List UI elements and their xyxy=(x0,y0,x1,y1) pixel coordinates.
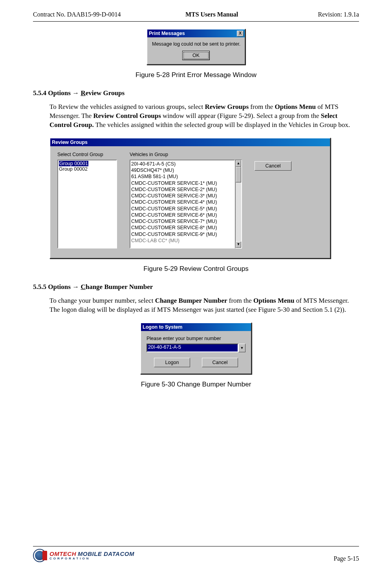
list-item[interactable]: CMDC-CUSTOMER SERVICE-4* (MU) xyxy=(131,199,233,205)
vehicles-column: Vehicles in Group 20I-40-671-A-5 (CS) 49… xyxy=(130,152,242,248)
section-5-5-4-body: To Review the vehicles assigned to vario… xyxy=(49,103,359,130)
list-item[interactable]: Group 00002 xyxy=(59,166,115,172)
revision: Revision: 1.9.1a xyxy=(280,11,359,18)
scroll-track[interactable] xyxy=(236,167,241,241)
groups-label: Select Control Group xyxy=(57,152,117,157)
figure-caption: Figure 5-28 Print Error Message Window xyxy=(136,71,256,79)
cancel-button[interactable]: Cancel xyxy=(202,358,238,367)
list-item[interactable]: CMDC-LAB CC* (MU) xyxy=(131,237,233,244)
figure-caption: Figure 5-30 Change Bumper Number xyxy=(141,381,251,388)
figure-5-29: Review Groups Select Control Group Group… xyxy=(49,138,359,259)
dialog-body: Please enter your bumper number 20I-40-6… xyxy=(141,331,251,373)
list-item[interactable]: CMDC-CUSTOMER SERVICE-8* (MU) xyxy=(131,224,233,231)
figure-caption: Figure 5-29 Review Control Groups xyxy=(33,265,359,273)
list-item[interactable]: CMDC-CUSTOMER SERVICE-2* (MU) xyxy=(131,186,233,193)
vehicles-listbox[interactable]: 20I-40-671-A-5 (CS) 49DSCHQ47* (MU) 61 A… xyxy=(130,160,235,248)
logon-dialog: Logon to System Please enter your bumper… xyxy=(140,322,252,374)
scroll-down-icon[interactable]: ▼ xyxy=(236,241,241,248)
list-item[interactable]: CMDC-CUSTOMER SERVICE-7* (MU) xyxy=(131,218,233,224)
groups-column: Select Control Group Group 00001 Group 0… xyxy=(57,152,117,248)
list-item[interactable]: Group 00001 xyxy=(59,161,88,166)
figure-5-30: Logon to System Please enter your bumper… xyxy=(33,322,359,399)
page-number: Page 5-15 xyxy=(334,555,359,562)
bumper-number-combo[interactable]: 20I-40-671-A-5 ▼ xyxy=(147,344,245,352)
scrollbar[interactable]: ▲ ▼ xyxy=(235,160,242,248)
chevron-down-icon[interactable]: ▼ xyxy=(238,344,245,352)
doc-title: MTS Users Manual xyxy=(143,11,280,18)
dialog-body: Select Control Group Group 00001 Group 0… xyxy=(50,146,330,258)
ok-button[interactable]: OK xyxy=(182,51,210,60)
footer-rule xyxy=(33,546,359,546)
titlebar[interactable]: Logon to System xyxy=(141,323,251,331)
scroll-thumb[interactable] xyxy=(236,167,241,182)
groups-listbox[interactable]: Group 00001 Group 00002 xyxy=(57,160,117,248)
list-item[interactable]: 49DSCHQ47* (MU) xyxy=(131,167,233,173)
list-item[interactable]: 61 ASMB 581-1 (MU) xyxy=(131,173,233,180)
cancel-button[interactable]: Cancel xyxy=(255,161,291,171)
scroll-up-icon[interactable]: ▲ xyxy=(236,160,241,167)
buttons-column: Cancel xyxy=(255,152,291,248)
company-logo: OMTECH MOBILE DATACOM CORPORATION xyxy=(33,549,134,562)
list-item[interactable]: 20I-40-671-A-5 (CS) xyxy=(131,161,233,167)
section-5-5-5-body: To change your bumper number, select Cha… xyxy=(49,296,359,315)
titlebar[interactable]: Review Groups xyxy=(50,138,330,146)
page-footer: OMTECH MOBILE DATACOM CORPORATION Page 5… xyxy=(33,546,359,562)
list-item[interactable]: CMDC-CUSTOMER SERVICE-3* (MU) xyxy=(131,193,233,199)
logon-button[interactable]: Logon xyxy=(154,358,190,367)
dialog-body: Message log could not be sent to printer… xyxy=(147,37,245,64)
dialog-title: Logon to System xyxy=(143,324,182,330)
contract-number: Contract No. DAAB15-99-D-0014 xyxy=(33,11,143,18)
dialog-title: Print Messages xyxy=(149,31,185,36)
list-item[interactable]: CMDC-CUSTOMER SERVICE-9* (MU) xyxy=(131,231,233,237)
section-5-5-4-heading: 5.5.4 Options → Review Groups xyxy=(33,89,359,97)
header-rule xyxy=(33,21,359,22)
page-header: Contract No. DAAB15-99-D-0014 MTS Users … xyxy=(33,11,359,18)
dialog-title: Review Groups xyxy=(52,140,88,145)
figure-5-28: Print Messages X Message log could not b… xyxy=(33,29,359,89)
list-item[interactable]: CMDC-CUSTOMER SERVICE-5* (MU) xyxy=(131,206,233,212)
section-5-5-5-heading: 5.5.5 Options → Change Bumper Number xyxy=(33,283,359,291)
error-message: Message log could not be sent to printer… xyxy=(150,41,242,47)
titlebar[interactable]: Print Messages X xyxy=(147,29,245,37)
prompt-label: Please enter your bumper number xyxy=(147,336,245,341)
combo-field[interactable]: 20I-40-671-A-5 xyxy=(147,344,238,352)
close-icon[interactable]: X xyxy=(237,31,244,37)
print-messages-dialog: Print Messages X Message log could not b… xyxy=(147,29,245,65)
review-groups-dialog: Review Groups Select Control Group Group… xyxy=(49,138,331,259)
logo-mark-icon xyxy=(42,551,47,560)
list-item[interactable]: CMDC-CUSTOMER SERVICE-6* (MU) xyxy=(131,212,233,218)
list-item[interactable]: CMDC-CUSTOMER SERVICE-1* (MU) xyxy=(131,180,233,186)
vehicles-label: Vehicles in Group xyxy=(130,152,242,157)
